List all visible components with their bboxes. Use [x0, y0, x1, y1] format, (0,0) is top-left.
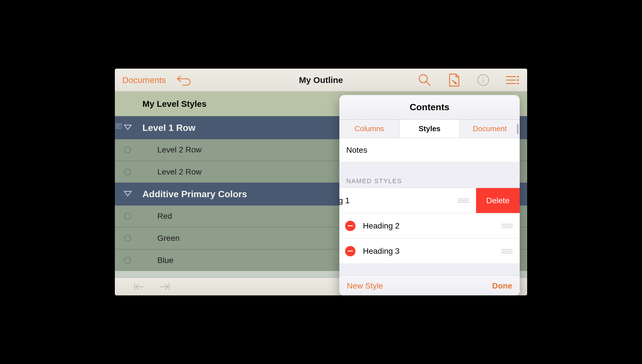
tab-document[interactable]: Document: [460, 120, 520, 138]
tab-styles[interactable]: Styles: [400, 120, 460, 138]
prev-button: [132, 280, 146, 294]
row-label: Level 1 Row: [142, 123, 196, 133]
scrollbar-icon[interactable]: [517, 124, 519, 134]
new-style-button[interactable]: New Style: [347, 281, 383, 291]
row-label: Red: [157, 212, 172, 221]
first-arrow-icon: [134, 282, 145, 292]
row-label: Level 2 Row: [157, 145, 202, 154]
last-arrow-icon: [159, 282, 170, 292]
search-icon: [418, 73, 431, 87]
style-row[interactable]: ading 1 Delete: [339, 188, 520, 213]
style-row[interactable]: Heading 3: [339, 239, 520, 264]
next-button: [157, 280, 172, 294]
segmented-control: Columns Styles Document: [339, 120, 520, 138]
contents-popover: Contents Columns Styles Document Notes N…: [339, 95, 520, 295]
svg-point-3: [517, 76, 519, 78]
popover-title: Contents: [339, 95, 520, 120]
row-handle-icon[interactable]: [124, 146, 131, 153]
delete-button[interactable]: Delete: [476, 188, 520, 213]
undo-button[interactable]: [176, 73, 191, 87]
row-handle-icon[interactable]: [124, 235, 131, 242]
row-handle-icon[interactable]: [124, 169, 131, 175]
edit-rows-button[interactable]: [505, 73, 520, 87]
remove-style-button[interactable]: [345, 221, 355, 231]
row-label: Green: [157, 234, 180, 243]
documents-back-button[interactable]: Documents: [122, 75, 166, 85]
style-label: Heading 2: [363, 221, 400, 231]
contents-button[interactable]: [447, 73, 461, 87]
svg-point-4: [517, 79, 519, 81]
row-handle-icon[interactable]: [124, 213, 131, 220]
style-row[interactable]: Heading 2: [339, 213, 520, 239]
tab-columns[interactable]: Columns: [339, 120, 400, 138]
disclosure-triangle-icon[interactable]: [123, 189, 132, 200]
info-icon: [477, 74, 490, 86]
row-label: Level 2 Row: [157, 167, 202, 177]
done-button[interactable]: Done: [492, 281, 512, 291]
reorder-handle-icon[interactable]: [501, 249, 513, 253]
svg-point-0: [419, 75, 427, 83]
document-title-text: My Level Styles: [142, 99, 206, 109]
note-indicator-icon[interactable]: [115, 120, 122, 131]
info-button: [476, 73, 490, 87]
row-handle-icon[interactable]: [124, 257, 131, 264]
style-label: ading 1: [339, 196, 350, 205]
search-button[interactable]: [417, 73, 432, 87]
remove-style-button[interactable]: [345, 246, 355, 256]
undo-icon: [176, 75, 191, 86]
wrench-document-icon: [448, 73, 460, 87]
reorder-handle-icon[interactable]: [501, 224, 513, 228]
reorder-handle-icon[interactable]: [458, 199, 469, 203]
row-label: Additive Primary Colors: [142, 189, 247, 200]
list-icon: [505, 74, 520, 86]
document-title: My Outline: [299, 75, 343, 85]
row-label: Blue: [157, 256, 173, 265]
svg-point-2: [483, 77, 484, 78]
disclosure-triangle-icon[interactable]: [123, 123, 132, 133]
toolbar: Documents My Outline: [115, 69, 527, 92]
popover-footer: New Style Done: [339, 275, 520, 295]
named-styles-header: NAMED STYLES: [339, 162, 520, 188]
notes-style-cell[interactable]: Notes: [339, 138, 520, 162]
svg-point-5: [517, 83, 519, 84]
style-label: Heading 3: [363, 247, 400, 256]
